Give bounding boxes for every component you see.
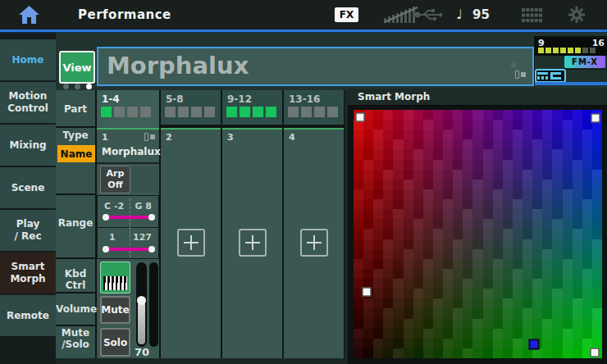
note-limit-high[interactable]: G 8	[135, 201, 152, 212]
morph-marker-white[interactable]	[363, 288, 372, 297]
part-tab-5-8[interactable]: 5-8	[161, 90, 221, 125]
morph-pad[interactable]	[354, 110, 602, 358]
smart-morph-title: Smart Morph	[358, 91, 430, 102]
volume-value: 70	[130, 346, 154, 358]
quick-setup-fader-icon[interactable]	[384, 7, 418, 26]
add-part-button[interactable]	[177, 229, 205, 257]
part-tab-squares	[101, 107, 151, 117]
utility-gear-icon[interactable]	[568, 7, 585, 26]
sidebar-item-mixing[interactable]: Mixing	[0, 125, 56, 166]
part-tab-9-12[interactable]: 9-12	[222, 90, 282, 125]
part-tab-label: 1-4	[102, 93, 120, 105]
add-part-button[interactable]	[300, 229, 328, 257]
level-meter	[149, 262, 158, 347]
mute-button[interactable]: Mute	[100, 296, 130, 324]
morph-marker-blue[interactable]	[528, 339, 539, 350]
fx-badge[interactable]: FX	[335, 7, 358, 22]
row-label-column: Part Type Name Range Kbd Ctrl Volume Mut…	[56, 90, 95, 358]
sidebar: Home Motion Control Mixing Scene Play / …	[0, 33, 56, 364]
usb-icon	[415, 8, 443, 25]
part-indicator-cluster: 9 16 FM-X	[534, 36, 607, 85]
part-tab-squares	[226, 107, 276, 117]
velocity-range-slider[interactable]	[103, 246, 155, 253]
keyboard-grid-icon[interactable]	[522, 8, 542, 25]
solo-button[interactable]: Solo	[100, 328, 130, 357]
label-mute-solo: Mute /Solo	[56, 327, 95, 350]
morph-marker-white[interactable]	[355, 113, 364, 122]
indicator-accent-line	[535, 82, 607, 85]
part1-bank-icon	[144, 133, 155, 141]
arp-onoff-button[interactable]: Arp Off	[100, 166, 130, 193]
part-led-row	[538, 48, 596, 53]
sidebar-item-smart-morph[interactable]: Smart Morph	[0, 253, 56, 293]
note-range-slider[interactable]	[103, 214, 155, 221]
velocity-limit-low[interactable]: 1	[109, 232, 116, 243]
part1-number: 1	[102, 132, 108, 143]
part-column-4[interactable]: 4	[284, 128, 344, 358]
volume-fader-fill	[138, 302, 145, 344]
part1-name-cell[interactable]: 1 Morphalux	[97, 130, 159, 164]
part3-number: 3	[227, 132, 234, 143]
part-tab-13-16[interactable]: 13-16	[284, 90, 344, 125]
part1-name: Morphalux	[102, 146, 161, 157]
part-tab-1-4[interactable]: 1-4	[97, 90, 159, 128]
sidebar-item-remote[interactable]: Remote	[0, 295, 56, 336]
label-part: Part	[56, 103, 95, 115]
part1-range-box[interactable]: C -2 G 8 1 127	[97, 195, 159, 259]
part-tab-squares	[165, 107, 215, 117]
part-column-1[interactable]: 1 Morphalux Arp Off C -2 G 8 1 127 Mute …	[97, 128, 159, 358]
motion-control-row	[535, 70, 607, 83]
part-slot-indicator: 9 16	[535, 38, 607, 56]
smart-morph-header: Smart Morph	[348, 89, 607, 107]
arp-hold-slot	[132, 166, 158, 193]
morph-marker-white[interactable]	[591, 113, 600, 122]
velocity-limit-high[interactable]: 127	[133, 232, 152, 243]
volume-fader-knob[interactable]	[137, 296, 146, 305]
view-button[interactable]: View	[59, 51, 95, 84]
tempo-note-icon[interactable]: ♩	[456, 7, 463, 22]
performance-name: Morphalux	[107, 52, 249, 80]
sidebar-item-play-rec[interactable]: Play / Rec	[0, 210, 56, 251]
part4-number: 4	[289, 132, 295, 143]
fmx-badge: FM-X	[564, 56, 605, 68]
performance-name-box[interactable]: Morphalux ★	[97, 47, 534, 86]
name-type-toggle[interactable]: Name	[57, 145, 95, 162]
note-limit-low[interactable]: C -2	[104, 201, 124, 212]
page-dots[interactable]	[63, 84, 92, 89]
piano-black-keys-icon	[103, 276, 127, 283]
page-title: Performance	[78, 7, 171, 22]
tempo-value[interactable]: 95	[472, 7, 490, 22]
sidebar-item-motion-control[interactable]: Motion Control	[0, 82, 56, 123]
part-tab-label: 5-8	[166, 93, 184, 105]
label-kbd-ctrl: Kbd Ctrl	[56, 268, 95, 291]
morph-marker-white[interactable]	[590, 348, 599, 357]
kbd-ctrl-button[interactable]	[100, 262, 130, 293]
part-column-3[interactable]: 3	[222, 128, 282, 358]
label-type: Type	[56, 130, 95, 141]
motion-control-icon	[535, 69, 566, 83]
add-part-button[interactable]	[239, 229, 267, 257]
part-tab-squares	[288, 107, 338, 117]
part-column-2[interactable]: 2	[161, 128, 221, 358]
label-volume: Volume	[56, 303, 95, 315]
part-tab-label: 9-12	[227, 93, 252, 105]
sidebar-item-scene[interactable]: Scene	[0, 167, 56, 208]
bank-flag-icon	[515, 71, 526, 79]
home-icon[interactable]	[19, 6, 39, 27]
morph-gradient-map[interactable]	[354, 110, 602, 358]
part-tab-label: 13-16	[289, 93, 320, 105]
tone-gen-row: FM-X	[535, 56, 607, 69]
modx-home-screen: Performance FX ♩ 95	[0, 0, 607, 364]
part2-number: 2	[166, 132, 172, 143]
label-range: Range	[56, 217, 95, 229]
sidebar-item-home[interactable]: Home	[0, 39, 56, 80]
